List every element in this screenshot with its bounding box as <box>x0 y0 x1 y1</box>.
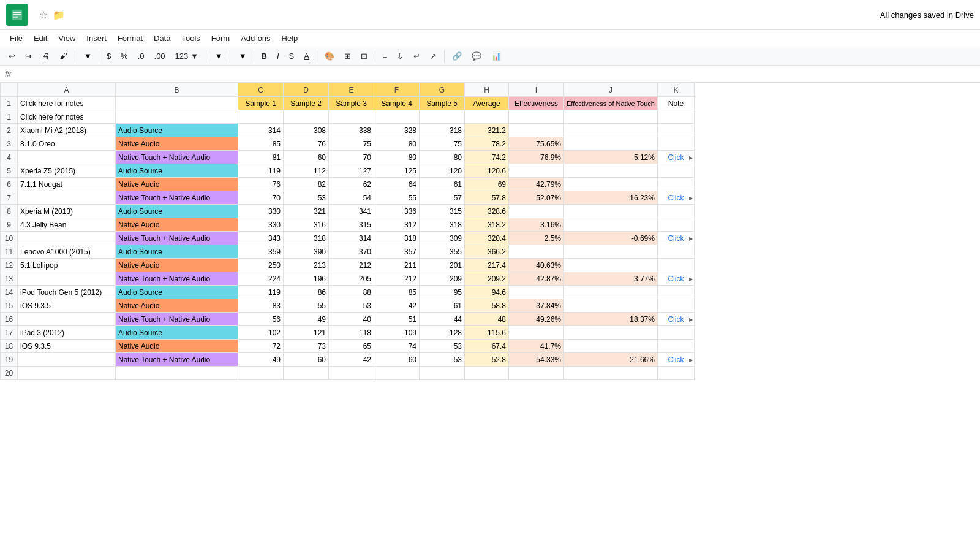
cell-b3[interactable]: Native Audio <box>116 137 238 151</box>
cell-a5[interactable]: Xperia Z5 (2015) <box>18 164 116 178</box>
cell-d15[interactable]: 55 <box>284 299 329 313</box>
decimal-less-button[interactable]: .0 <box>134 50 148 63</box>
cell-h1[interactable]: Average <box>465 97 509 110</box>
cell-a11[interactable]: Lenovo A1000 (2015) <box>18 245 116 259</box>
cell-g19[interactable]: 53 <box>420 353 465 367</box>
underline-button[interactable]: A <box>300 50 313 63</box>
cell-j4[interactable]: 5.12% <box>564 151 658 164</box>
cell-a10[interactable] <box>18 232 116 245</box>
cell-h4[interactable]: 74.2 <box>465 151 509 164</box>
cell-d20[interactable] <box>284 367 329 380</box>
col-header-j[interactable]: J <box>564 83 658 97</box>
cell-g2[interactable]: 318 <box>420 124 465 137</box>
menu-form[interactable]: Form <box>206 31 235 45</box>
cell-b15[interactable]: Native Audio <box>116 299 238 313</box>
cell-h15[interactable]: 58.8 <box>465 299 509 313</box>
cell-g6[interactable]: 61 <box>420 178 465 191</box>
cell-h3[interactable]: 78.2 <box>465 137 509 151</box>
print-button[interactable]: 🖨 <box>38 50 53 63</box>
cell-d4[interactable]: 60 <box>284 151 329 164</box>
cell-g16[interactable]: 44 <box>420 313 465 326</box>
cell-f15[interactable]: 42 <box>374 299 420 313</box>
cell-a9[interactable]: 4.3 Jelly Bean <box>18 218 116 232</box>
cell-h5[interactable]: 120.6 <box>465 164 509 178</box>
cell-b9[interactable]: Native Audio <box>116 218 238 232</box>
cell-h18[interactable]: 67.4 <box>465 340 509 353</box>
cell-j8[interactable] <box>564 205 658 218</box>
menu-tools[interactable]: Tools <box>176 31 205 45</box>
menu-edit[interactable]: Edit <box>29 31 52 45</box>
cell-i13[interactable]: 42.87% <box>509 272 564 286</box>
col-header-e[interactable]: E <box>329 83 374 97</box>
cell-j7[interactable]: 16.23% <box>564 191 658 205</box>
cell-e12[interactable]: 212 <box>329 259 374 272</box>
cell-j15[interactable] <box>564 299 658 313</box>
cell-b6[interactable]: Native Audio <box>116 178 238 191</box>
cell-f20[interactable] <box>374 367 420 380</box>
cell-k17[interactable] <box>657 326 694 340</box>
cell-d19[interactable]: 60 <box>284 353 329 367</box>
cell-a12[interactable]: 5.1 Lollipop <box>18 259 116 272</box>
col-header-c[interactable]: C <box>238 83 284 97</box>
cell-c6[interactable]: 76 <box>238 178 284 191</box>
cell-k20[interactable] <box>657 367 694 380</box>
cell-k15[interactable] <box>657 299 694 313</box>
cell-c1[interactable]: Sample 1 <box>238 97 284 110</box>
cell-b18[interactable]: Native Audio <box>116 340 238 353</box>
cell-c5[interactable]: 119 <box>238 164 284 178</box>
cell-c2[interactable]: 314 <box>238 124 284 137</box>
cell-e2[interactable]: 338 <box>329 124 374 137</box>
cell-j1[interactable]: Effectiveness of Native Touch <box>564 97 658 110</box>
cell-b14[interactable]: Audio Source <box>116 286 238 299</box>
cell-a17[interactable]: iPad 3 (2012) <box>18 326 116 340</box>
cell-h19[interactable]: 52.8 <box>465 353 509 367</box>
cell-g12[interactable]: 201 <box>420 259 465 272</box>
cell-f18[interactable]: 74 <box>374 340 420 353</box>
cell-j9[interactable] <box>564 218 658 232</box>
cell-d12[interactable]: 213 <box>284 259 329 272</box>
cell-b17[interactable]: Audio Source <box>116 326 238 340</box>
cell-a6[interactable]: 7.1.1 Nougat <box>18 178 116 191</box>
cell-j16[interactable]: 18.37% <box>564 313 658 326</box>
formula-input[interactable] <box>16 69 975 78</box>
cell-b1[interactable] <box>116 97 238 110</box>
cell-d2[interactable]: 308 <box>284 124 329 137</box>
cell-b8[interactable]: Audio Source <box>116 205 238 218</box>
cell-j10[interactable]: -0.69% <box>564 232 658 245</box>
undo-button[interactable]: ↩ <box>5 50 19 63</box>
cell-d13[interactable]: 196 <box>284 272 329 286</box>
cell-a7[interactable] <box>18 191 116 205</box>
cell-j20[interactable] <box>564 367 658 380</box>
cell-c12[interactable]: 250 <box>238 259 284 272</box>
cell-g9[interactable]: 318 <box>420 218 465 232</box>
cell-c4[interactable]: 81 <box>238 151 284 164</box>
cell-h13[interactable]: 209.2 <box>465 272 509 286</box>
cell-i7[interactable]: 52.07% <box>509 191 564 205</box>
redo-button[interactable]: ↪ <box>21 50 36 63</box>
cell-f5[interactable]: 125 <box>374 164 420 178</box>
zoom-select[interactable]: ▼ <box>79 50 95 63</box>
cell-a1[interactable]: Click here for notes <box>18 97 116 110</box>
cell-k16[interactable]: Click▶ <box>657 313 694 326</box>
cell-a2[interactable]: Xiaomi Mi A2 (2018) <box>18 124 116 137</box>
cell-k6[interactable] <box>657 178 694 191</box>
cell-c8[interactable]: 330 <box>238 205 284 218</box>
cell-f8[interactable]: 336 <box>374 205 420 218</box>
valign-button[interactable]: ⇩ <box>393 50 407 63</box>
cell-k13[interactable]: Click▶ <box>657 272 694 286</box>
cell-f13[interactable]: 212 <box>374 272 420 286</box>
cell-i20[interactable] <box>509 367 564 380</box>
cell-f7[interactable]: 55 <box>374 191 420 205</box>
cell-k18[interactable] <box>657 340 694 353</box>
cell-c17[interactable]: 102 <box>238 326 284 340</box>
cell-i18[interactable]: 41.7% <box>509 340 564 353</box>
cell-d18[interactable]: 73 <box>284 340 329 353</box>
cell-e10[interactable]: 314 <box>329 232 374 245</box>
cell-g5[interactable]: 120 <box>420 164 465 178</box>
cell-d9[interactable]: 316 <box>284 218 329 232</box>
cell-a15[interactable]: iOS 9.3.5 <box>18 299 116 313</box>
cell-c18[interactable]: 72 <box>238 340 284 353</box>
cell-d10[interactable]: 318 <box>284 232 329 245</box>
cell-g10[interactable]: 309 <box>420 232 465 245</box>
cell-g15[interactable]: 61 <box>420 299 465 313</box>
